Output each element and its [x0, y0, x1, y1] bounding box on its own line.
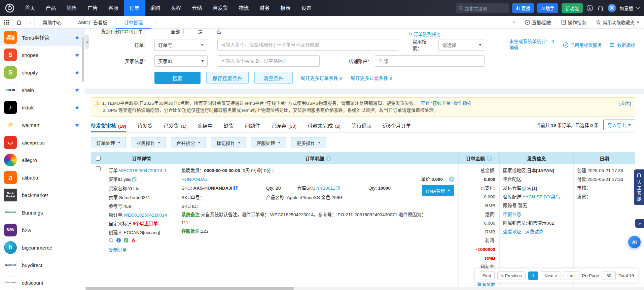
nav-purchase[interactable]: 采购	[145, 0, 166, 16]
star-icon[interactable]: ★	[74, 34, 80, 41]
nav-ads[interactable]: 广告	[82, 0, 103, 16]
nav-settings[interactable]: 设置	[296, 0, 317, 16]
home-icon[interactable]	[13, 16, 26, 28]
sidebar-item-shein[interactable]: SHEIN shein ★	[0, 81, 85, 99]
tab-order-management[interactable]: 订单管理	[116, 16, 151, 28]
sidebar-item-b2w[interactable]: B2W b2w	[0, 221, 85, 239]
pagination-prev-button[interactable]: < Previous	[497, 271, 526, 280]
global-search-input[interactable]: 搜索关键词	[456, 3, 509, 13]
order-number-link[interactable]: WEC0182504220014-1	[119, 168, 167, 173]
warehouse-delivery-link[interactable]: YYCN-SF [YY菜鸟…	[523, 193, 565, 201]
sidebar-scrollbar[interactable]	[82, 37, 84, 82]
buyer-type-select[interactable]: 买家ID	[154, 55, 208, 67]
download-icon[interactable]	[586, 4, 594, 12]
tag-shipping-service-link[interactable]: 已启用标发服务	[563, 41, 602, 48]
human-service-widget[interactable]: 人工客服	[634, 169, 644, 205]
import-export-button[interactable]: 导入导出	[603, 120, 635, 130]
search-button[interactable]: 搜索	[154, 72, 201, 84]
view-amount-link[interactable]: 查看金额	[477, 282, 495, 287]
order-type-select[interactable]: 订单号	[154, 39, 207, 51]
sidebar-item-alibaba[interactable]: a alibaba	[0, 169, 85, 186]
ai-assistant-button[interactable]: AI助手	[537, 3, 558, 13]
pagination-page-1[interactable]: 1	[528, 271, 538, 280]
copy-order-link[interactable]: 复制订单	[109, 248, 127, 253]
tab-list-dropdown-icon[interactable]	[508, 19, 520, 26]
live-button[interactable]: 直播	[512, 3, 534, 13]
help-icon[interactable]: ?	[522, 187, 526, 191]
more-operations-dropdown[interactable]: 更多操作	[291, 137, 326, 148]
status-tab-to-ship[interactable]: 待发货	[137, 122, 152, 132]
status-tab-awaiting-confirm[interactable]: 等待确认	[352, 122, 372, 132]
buyer-id-input[interactable]	[218, 55, 320, 67]
sidebar-item-buydirect[interactable]: BuyDirect buydirect	[0, 256, 85, 274]
freight-estimate-link[interactable]: 运费试算	[525, 229, 543, 234]
cod-option-no[interactable]: 否	[217, 29, 221, 34]
expand-panel-button[interactable]: »	[635, 219, 644, 228]
status-tab-last-6-months[interactable]: 近6个月订单	[383, 122, 411, 132]
sidebar-item-temu[interactable]: TEMU半托管 Temu半托管 ★	[0, 29, 85, 46]
avatar[interactable]	[608, 4, 616, 12]
data-metrics-link[interactable]: 数据指标	[610, 41, 635, 48]
business-operation-dropdown[interactable]: 业务操作	[131, 137, 166, 148]
status-tab-discarded[interactable]: 已废弃 (33)	[271, 122, 296, 132]
sku-grid-icon[interactable]	[234, 186, 238, 191]
nav-finance[interactable]: 财务	[254, 0, 275, 16]
apps-grid-icon[interactable]	[0, 16, 13, 28]
view-address-link[interactable]: 查看地址	[503, 229, 521, 234]
star-icon[interactable]: ★	[74, 69, 80, 76]
cod-option-yes[interactable]: 是	[198, 29, 203, 34]
nav-products[interactable]: 产品	[40, 0, 61, 16]
scrollbar-thumb[interactable]	[85, 287, 294, 290]
sidebar-item-aliexpress[interactable]: aliexpress	[0, 134, 85, 151]
select-all-checkbox[interactable]	[96, 156, 101, 161]
copy-icon[interactable]	[336, 185, 340, 193]
online-order-guide-link[interactable]: 查看 “在线下单” 操作指引	[421, 100, 472, 107]
status-tab-unpaid[interactable]: 付款未完成 (2)	[308, 122, 341, 132]
sidebar-item-allegro[interactable]: allegro	[0, 151, 85, 169]
new-features-button[interactable]: 新功能	[562, 3, 583, 13]
help-icon[interactable]: ?	[326, 156, 331, 161]
nav-warehouse[interactable]: 仓储	[186, 0, 207, 16]
nav-orders[interactable]: 订单	[124, 0, 145, 16]
save-search-button[interactable]: 保存搜索条件	[206, 72, 249, 84]
help-icon[interactable]: ?	[487, 156, 492, 161]
profit-moneybag-icon[interactable]	[131, 237, 136, 246]
original-order-link[interactable]: WEC0182504220014	[123, 213, 167, 218]
headset-icon[interactable]	[597, 4, 604, 12]
nav-reports[interactable]: 报表	[275, 0, 296, 16]
nav-home[interactable]: 首页	[20, 0, 40, 16]
status-tab-problem[interactable]: 问题件	[245, 122, 260, 132]
sidebar-item-bunnings[interactable]: BUNNINGS Bunnings	[0, 204, 85, 221]
star-icon[interactable]: ★	[74, 52, 80, 59]
status-tab-out-of-stock[interactable]: 缺货	[224, 122, 234, 132]
search-order-icon[interactable]	[109, 237, 114, 246]
nav-sales[interactable]: 销售	[61, 0, 82, 16]
perpage-input[interactable]	[602, 271, 616, 280]
version-label[interactable]: 如意版	[620, 5, 634, 11]
tab-scroll-right-icon[interactable]: ›	[151, 16, 160, 28]
more-order-conditions-link[interactable]: 展开更多订单条件≫	[300, 74, 343, 81]
ai-fab-button[interactable]: AI	[628, 236, 641, 248]
nav-first-leg[interactable]: 头程	[166, 0, 186, 16]
cod-option-all[interactable]: 全部	[167, 29, 184, 34]
mark-operation-dropdown[interactable]: 标记操作	[211, 137, 246, 148]
rma-manage-button[interactable]: RMA管理	[422, 185, 454, 196]
status-tab-pending-review[interactable]: 待发货审核 (19)	[91, 122, 126, 132]
app-logo-icon[interactable]	[0, 3, 20, 13]
more-filter-conditions-link[interactable]: 展开更多过滤条件≫	[351, 74, 393, 81]
common-search-select[interactable]: 请选择	[438, 39, 485, 51]
order-info-icon[interactable]	[116, 237, 121, 246]
clear-conditions-button[interactable]: 清空条件	[254, 72, 293, 84]
edit-link[interactable]: 编辑	[509, 45, 554, 51]
pagination-next-button[interactable]: Next >	[541, 271, 561, 280]
sidebar-item-shopify[interactable]: S shopify ★	[0, 64, 85, 81]
status-tab-shipped[interactable]: 已发货 (1)	[164, 122, 186, 132]
invoice-icon[interactable]	[123, 237, 129, 246]
favorites-link[interactable]: 常用功能收藏夹	[591, 19, 644, 26]
order-number-input[interactable]	[217, 39, 399, 51]
nav-self-ship[interactable]: 自发货	[207, 0, 233, 16]
operation-guide-link[interactable]: 操作指南	[556, 19, 591, 26]
status-tab-frozen[interactable]: 冻结中	[198, 122, 213, 132]
pagination-last-button[interactable]: Last	[564, 271, 579, 280]
pagination-first-button[interactable]: First	[479, 271, 495, 280]
